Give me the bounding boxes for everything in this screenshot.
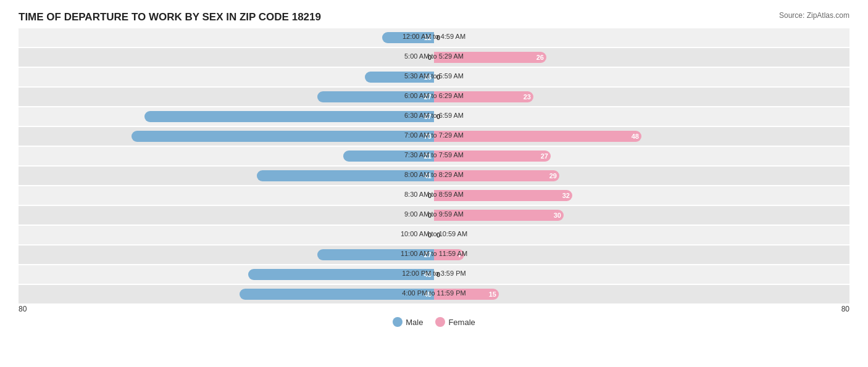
bar-row: 4312:00 PM to 3:59 PM0	[19, 265, 849, 284]
time-label: 7:00 AM to 7:29 AM	[404, 131, 464, 139]
bar-row: 05:00 AM to 5:29 AM26	[19, 48, 849, 67]
axis-left: 80	[19, 305, 27, 313]
time-label: 8:00 AM to 8:29 AM	[404, 171, 464, 178]
time-label: 12:00 PM to 3:59 PM	[402, 270, 465, 277]
bar-row: 676:30 AM to 6:59 AM0	[19, 107, 849, 126]
time-label: 6:30 AM to 6:59 AM	[404, 112, 464, 119]
time-label: 8:30 AM to 8:59 AM	[404, 191, 464, 198]
source-label: Source: ZipAtlas.com	[779, 11, 849, 20]
female-value: 32	[562, 192, 570, 199]
time-label: 9:00 AM to 9:59 AM	[404, 210, 464, 218]
female-value: 29	[549, 172, 557, 179]
time-label: 10:00 AM to 10:59 AM	[401, 230, 467, 237]
time-label: 5:00 AM to 5:29 AM	[404, 52, 464, 60]
time-label: 5:30 AM to 5:59 AM	[404, 72, 464, 80]
time-label: 12:00 AM to 4:59 AM	[403, 33, 465, 40]
bar-row: 454:00 PM to 11:59 PM15	[19, 285, 849, 303]
female-bar: 48	[434, 131, 641, 142]
legend-female: Female	[435, 317, 475, 327]
male-bar: 67	[144, 111, 434, 122]
female-value: 30	[554, 212, 561, 219]
bar-row: 165:30 AM to 5:59 AM0	[19, 68, 849, 86]
legend-male-label: Male	[406, 318, 423, 327]
bar-row: 217:30 AM to 7:59 AM27	[19, 147, 849, 165]
legend-male: Male	[393, 317, 423, 327]
bar-row: 1212:00 AM to 4:59 AM0	[19, 28, 849, 47]
time-label: 7:30 AM to 7:59 AM	[404, 151, 464, 159]
legend-female-label: Female	[448, 318, 475, 327]
male-bar: 70	[131, 131, 434, 142]
axis-labels: 80 80	[19, 305, 849, 313]
chart-title: TIME OF DEPARTURE TO WORK BY SEX IN ZIP …	[19, 11, 849, 23]
legend: Male Female	[19, 317, 849, 327]
bar-row: 418:00 AM to 8:29 AM29	[19, 167, 849, 185]
bar-row: 2711:00 AM to 11:59 AM7	[19, 245, 849, 264]
bar-row: 08:30 AM to 8:59 AM32	[19, 186, 849, 205]
legend-male-box	[393, 317, 403, 327]
female-value: 27	[541, 152, 548, 160]
female-value: 26	[536, 54, 544, 61]
bar-row: 707:00 AM to 7:29 AM48	[19, 127, 849, 146]
bar-row: 09:00 AM to 9:59 AM30	[19, 206, 849, 225]
bar-row: 010:00 AM to 10:59 AM0	[19, 226, 849, 244]
female-value: 15	[489, 291, 496, 298]
time-label: 11:00 AM to 11:59 AM	[401, 250, 467, 257]
female-value: 48	[632, 133, 639, 140]
time-label: 6:00 AM to 6:29 AM	[404, 92, 464, 99]
chart-area: 1212:00 AM to 4:59 AM005:00 AM to 5:29 A…	[19, 28, 849, 303]
legend-female-box	[435, 317, 445, 327]
bar-row: 276:00 AM to 6:29 AM23	[19, 88, 849, 106]
chart-container: TIME OF DEPARTURE TO WORK BY SEX IN ZIP …	[0, 0, 868, 367]
axis-right: 80	[841, 305, 849, 313]
female-value: 23	[524, 93, 531, 101]
time-label: 4:00 PM to 11:59 PM	[402, 289, 465, 297]
